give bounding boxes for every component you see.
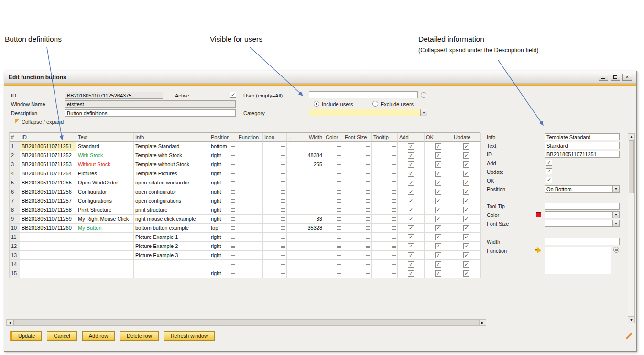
ok-checkbox[interactable]: ✓ — [435, 152, 441, 159]
row-number[interactable]: 7 — [10, 196, 20, 205]
update-checkbox[interactable]: ✓ — [463, 261, 469, 268]
combo-picker-icon[interactable] — [281, 208, 285, 212]
ok-checkbox[interactable]: ✓ — [435, 261, 441, 268]
cell-add[interactable]: ✓ — [398, 160, 425, 169]
cell-tooltip[interactable] — [372, 251, 398, 260]
combo-picker-icon[interactable] — [231, 208, 235, 212]
cell-width[interactable] — [300, 242, 324, 251]
cell-ok[interactable]: ✓ — [425, 151, 452, 160]
row-number[interactable]: 5 — [10, 178, 20, 187]
combo-picker-icon[interactable] — [392, 163, 396, 166]
combo-picker-icon[interactable] — [392, 208, 396, 212]
cell-ok[interactable]: ✓ — [425, 160, 452, 169]
scroll-up-icon[interactable]: ▲ — [628, 134, 634, 140]
detail-text-field[interactable] — [545, 142, 620, 149]
scroll-down-icon[interactable]: ▼ — [628, 316, 634, 323]
combo-picker-icon[interactable] — [281, 226, 285, 230]
cell-info[interactable]: Picture Example 1 — [134, 233, 209, 242]
cell-add[interactable]: ✓ — [398, 205, 425, 215]
cell-position[interactable]: right — [209, 169, 237, 178]
cell-text[interactable]: With Stock — [76, 151, 134, 160]
cell-icon[interactable] — [263, 151, 287, 160]
ok-checkbox[interactable]: ✓ — [435, 180, 441, 186]
cell-id[interactable] — [20, 260, 76, 269]
cell-color[interactable] — [324, 269, 343, 278]
vertical-scrollbar[interactable]: ▲ ▼ — [628, 133, 635, 323]
combo-picker-icon[interactable] — [337, 263, 341, 266]
ok-checkbox[interactable]: ✓ — [435, 252, 441, 258]
cell-info[interactable]: open configurator — [134, 187, 209, 196]
combo-picker-icon[interactable] — [366, 236, 370, 239]
detail-id-field[interactable] — [545, 151, 620, 158]
ok-checkbox[interactable]: ✓ — [435, 234, 441, 240]
cell-tooltip[interactable] — [372, 169, 398, 178]
cell-function[interactable] — [237, 196, 263, 205]
cell-function[interactable] — [237, 151, 263, 160]
update-checkbox[interactable]: ✓ — [463, 180, 469, 186]
combo-picker-icon[interactable] — [337, 208, 341, 212]
cell-more[interactable] — [287, 233, 300, 242]
update-checkbox[interactable]: ✓ — [463, 216, 469, 222]
detail-font-size-dropdown[interactable]: ▼ — [545, 220, 620, 227]
cell-icon[interactable] — [263, 178, 287, 187]
cell-add[interactable]: ✓ — [398, 251, 425, 260]
cell-tooltip[interactable] — [372, 215, 398, 224]
cell-fontsize[interactable] — [343, 187, 372, 196]
cell-id[interactable] — [20, 233, 76, 242]
cell-text[interactable]: Pictures — [76, 169, 134, 178]
refresh-window-button[interactable]: Refresh window — [164, 331, 215, 341]
cell-more[interactable] — [287, 142, 300, 151]
cell-icon[interactable] — [263, 205, 287, 215]
cell-function[interactable] — [237, 215, 263, 224]
cell-color[interactable] — [324, 205, 343, 215]
include-users-radio[interactable] — [314, 101, 319, 107]
cell-function[interactable] — [237, 205, 263, 215]
combo-picker-icon[interactable] — [366, 245, 370, 248]
column-header-info[interactable]: Info — [134, 133, 209, 142]
id-field[interactable] — [65, 92, 163, 99]
add-checkbox[interactable]: ✓ — [408, 225, 414, 231]
cell-fontsize[interactable] — [343, 142, 372, 151]
add-checkbox[interactable]: ✓ — [408, 161, 414, 168]
cell-icon[interactable] — [263, 169, 287, 178]
description-field[interactable] — [65, 109, 236, 117]
cell-fontsize[interactable] — [343, 205, 372, 215]
cell-ok[interactable]: ✓ — [425, 242, 452, 251]
combo-picker-icon[interactable] — [366, 154, 370, 157]
cell-tooltip[interactable] — [372, 178, 398, 187]
cell-icon[interactable] — [263, 242, 287, 251]
cell-add[interactable]: ✓ — [398, 196, 425, 205]
combo-picker-icon[interactable] — [231, 181, 235, 184]
cell-tooltip[interactable] — [372, 160, 398, 169]
detail-info-field[interactable] — [545, 133, 620, 140]
cell-id[interactable] — [20, 269, 76, 278]
cell-fontsize[interactable] — [343, 251, 372, 260]
ok-checkbox[interactable]: ✓ — [435, 225, 441, 231]
combo-picker-icon[interactable] — [337, 245, 341, 248]
cell-add[interactable]: ✓ — [398, 233, 425, 242]
row-number[interactable]: 1 — [10, 142, 20, 151]
cell-width[interactable] — [300, 142, 324, 151]
cell-id[interactable]: BB201805110711253 — [20, 160, 76, 169]
chevron-down-icon[interactable]: ▼ — [420, 109, 427, 116]
cell-more[interactable] — [287, 260, 300, 269]
combo-picker-icon[interactable] — [231, 263, 235, 266]
cell-text[interactable]: Without Stock — [76, 160, 134, 169]
cell-width[interactable]: 35328 — [300, 224, 324, 233]
cell-more[interactable] — [287, 251, 300, 260]
combo-picker-icon[interactable] — [366, 263, 370, 266]
detail-ok-checkbox[interactable]: ✓ — [546, 177, 552, 183]
cell-color[interactable] — [324, 233, 343, 242]
cell-position[interactable]: right — [209, 196, 237, 205]
cell-tooltip[interactable] — [372, 269, 398, 278]
add-checkbox[interactable]: ✓ — [408, 261, 414, 268]
chevron-down-icon[interactable]: ▼ — [612, 220, 619, 226]
cell-icon[interactable] — [263, 160, 287, 169]
cell-text[interactable] — [76, 260, 134, 269]
update-checkbox[interactable]: ✓ — [463, 198, 469, 204]
combo-picker-icon[interactable] — [366, 181, 370, 184]
cell-id[interactable] — [20, 251, 76, 260]
ok-checkbox[interactable]: ✓ — [435, 216, 441, 222]
column-header-color[interactable]: Color — [324, 133, 343, 142]
cell-id[interactable]: BB201805110711260 — [20, 224, 76, 233]
